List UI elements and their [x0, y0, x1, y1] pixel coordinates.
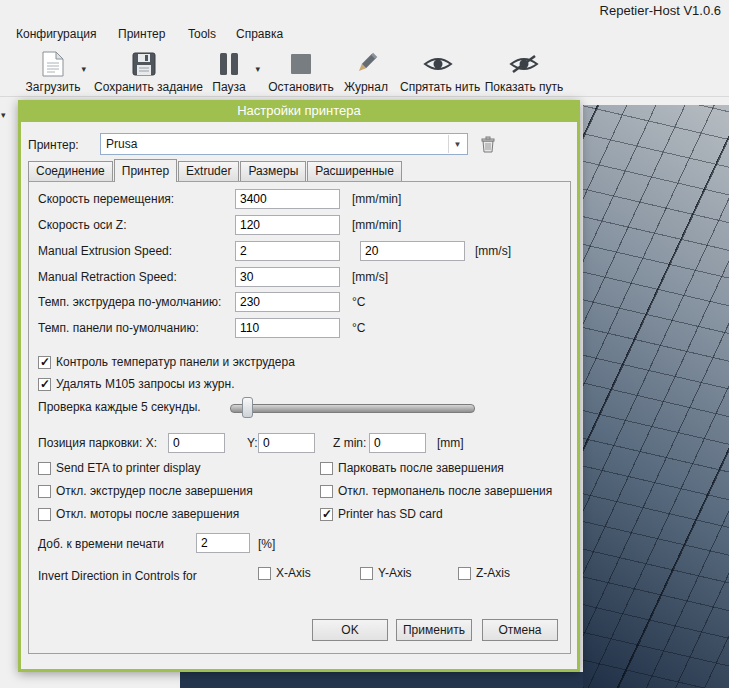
manual-retraction-unit: [mm/s]: [352, 270, 388, 284]
toolbar-label: Показать путь: [482, 80, 566, 94]
sd-card-checkbox[interactable]: Printer has SD card: [320, 507, 443, 521]
check-interval-slider[interactable]: [230, 397, 475, 419]
checkbox-icon[interactable]: [38, 462, 51, 475]
checkbox-icon[interactable]: [320, 508, 333, 521]
park-x-input[interactable]: [168, 433, 225, 453]
tab-advanced[interactable]: Расширенные: [307, 161, 402, 181]
tab-dimensions[interactable]: Размеры: [240, 161, 306, 181]
menu-item-configuration[interactable]: Конфигурация: [16, 27, 97, 41]
floppy-icon: [94, 50, 194, 78]
load-button[interactable]: ▾ Загрузить: [18, 48, 88, 95]
checkbox-label: Контроль температур панели и экструдера: [56, 355, 295, 369]
motors-off-checkbox[interactable]: Откл. моторы после завершения: [38, 507, 239, 521]
park-y-input[interactable]: [258, 433, 315, 453]
checkbox-label: Откл. термопанель после завершения: [338, 484, 552, 498]
checkbox-icon[interactable]: [320, 462, 333, 475]
tab-connection[interactable]: Соединение: [28, 161, 113, 181]
manual-extrusion-unit: [mm/s]: [475, 244, 511, 258]
checkbox-label: Парковать после завершения: [338, 461, 504, 475]
slider-track[interactable]: [230, 404, 475, 413]
tab-printer[interactable]: Принтер: [114, 159, 177, 182]
temp-monitor-checkbox[interactable]: Контроль температур панели и экструдера: [38, 355, 295, 369]
pause-button[interactable]: ▾ Пауза: [198, 48, 260, 95]
slider-thumb[interactable]: [242, 397, 253, 418]
checkbox-label: Printer has SD card: [338, 507, 443, 521]
checkbox-icon[interactable]: [458, 567, 471, 580]
invert-direction-label: Invert Direction in Controls for: [38, 569, 197, 583]
checkbox-icon[interactable]: [38, 378, 51, 391]
trash-icon: [480, 136, 496, 153]
save-job-button[interactable]: Сохранить задание: [94, 48, 194, 95]
bed-off-checkbox[interactable]: Откл. термопанель после завершения: [320, 484, 552, 498]
manual-extrusion-label: Manual Extrusion Speed:: [38, 244, 172, 258]
manual-extrusion-low-input[interactable]: [235, 241, 340, 261]
bed-temp-input[interactable]: [235, 318, 340, 338]
extruder-temp-label: Темп. экструдера по-умолчанию:: [38, 295, 221, 309]
log-button[interactable]: Журнал: [340, 48, 392, 95]
extruder-off-checkbox[interactable]: Откл. экструдер после завершения: [38, 484, 253, 498]
travel-speed-unit: [mm/min]: [352, 192, 401, 206]
cancel-button[interactable]: Отмена: [482, 619, 558, 641]
delete-printer-button[interactable]: [478, 135, 498, 154]
eye-icon: [400, 50, 476, 78]
bed-temp-label: Темп. панели по-умолчанию:: [38, 321, 199, 335]
checkbox-label: Откл. экструдер после завершения: [56, 484, 253, 498]
checkbox-icon[interactable]: [38, 356, 51, 369]
show-travel-button[interactable]: Показать путь: [482, 48, 566, 95]
window-title: Repetier-Host V1.0.6: [600, 3, 721, 18]
print-bed-grid: [583, 105, 729, 688]
tab-extruder[interactable]: Extruder: [178, 161, 239, 181]
checkbox-icon[interactable]: [360, 567, 373, 580]
3d-viewport-bottom-edge[interactable]: [180, 672, 583, 688]
chevron-down-icon[interactable]: ▾: [255, 64, 260, 74]
menu-item-tools[interactable]: Tools: [188, 27, 216, 41]
menu-item-printer[interactable]: Принтер: [118, 27, 165, 41]
invert-y-checkbox[interactable]: Y-Axis: [360, 566, 412, 580]
document-icon: [18, 50, 88, 78]
checkbox-icon[interactable]: [320, 485, 333, 498]
toolbar-label: Сохранить задание: [94, 80, 194, 94]
pause-icon: [198, 50, 260, 78]
send-eta-checkbox[interactable]: Send ETA to printer display: [38, 461, 201, 475]
park-unit: [mm]: [437, 436, 464, 450]
cropped-toolbar-chevron-down-icon[interactable]: ▾: [1, 110, 6, 120]
menu-item-help[interactable]: Справка: [236, 27, 283, 41]
checkbox-icon[interactable]: [38, 485, 51, 498]
stop-button[interactable]: Остановить: [264, 48, 338, 95]
park-after-job-checkbox[interactable]: Парковать после завершения: [320, 461, 504, 475]
travel-speed-label: Скорость перемещения:: [38, 192, 174, 206]
manual-retraction-label: Manual Retraction Speed:: [38, 270, 177, 284]
toolbar-label: Спрятать нить: [400, 80, 476, 94]
bed-temp-unit: °C: [352, 321, 365, 335]
pencil-icon: [340, 50, 392, 78]
chevron-down-icon[interactable]: ▼: [448, 135, 466, 153]
toolbar-label: Пауза: [198, 80, 260, 94]
park-zmin-input[interactable]: [369, 433, 426, 453]
stop-icon: [264, 50, 338, 78]
add-print-time-input[interactable]: [196, 533, 250, 553]
manual-extrusion-high-input[interactable]: [360, 241, 465, 261]
checkbox-icon[interactable]: [258, 567, 271, 580]
checkbox-icon[interactable]: [38, 508, 51, 521]
3d-viewport[interactable]: [583, 105, 729, 688]
extruder-temp-input[interactable]: [235, 292, 340, 312]
z-speed-unit: [mm/min]: [352, 218, 401, 232]
toolbar-label: Журнал: [340, 80, 392, 94]
printer-select[interactable]: Prusa ▼: [100, 133, 468, 155]
remove-m105-checkbox[interactable]: Удалять M105 запросы из журн.: [38, 377, 234, 391]
park-y-label: Y:: [247, 436, 258, 450]
checkbox-label: Z-Axis: [476, 566, 510, 580]
travel-speed-input[interactable]: [235, 189, 340, 209]
invert-z-checkbox[interactable]: Z-Axis: [458, 566, 510, 580]
hide-filament-button[interactable]: Спрятать нить: [400, 48, 476, 95]
add-print-time-label: Доб. к времени печати: [38, 537, 164, 551]
apply-button[interactable]: Применить: [396, 619, 472, 641]
ok-button[interactable]: OK: [312, 619, 388, 641]
toolbar: ▾ ▾ Загрузить Сохранить задание ▾ Пауза …: [0, 46, 729, 97]
toolbar-label: Остановить: [264, 80, 338, 94]
z-speed-input[interactable]: [235, 215, 340, 235]
manual-retraction-input[interactable]: [235, 267, 340, 287]
chevron-down-icon[interactable]: ▾: [81, 64, 86, 74]
park-position-label: Позиция парковки: X:: [38, 436, 157, 450]
invert-x-checkbox[interactable]: X-Axis: [258, 566, 311, 580]
